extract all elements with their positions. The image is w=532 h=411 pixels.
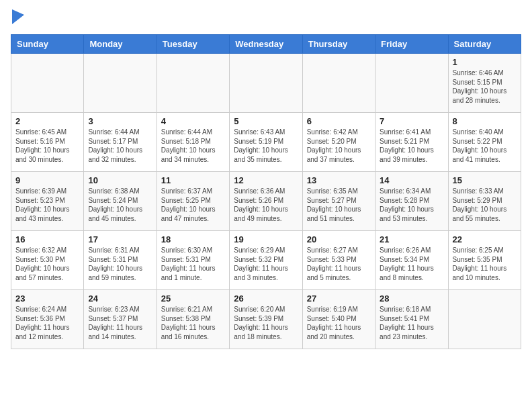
calendar-cell: 23Sunrise: 6:24 AM Sunset: 5:36 PM Dayli… xyxy=(11,290,84,349)
calendar-cell: 18Sunrise: 6:30 AM Sunset: 5:31 PM Dayli… xyxy=(157,231,229,290)
logo-text xyxy=(11,11,24,29)
days-of-week-row: SundayMondayTuesdayWednesdayThursdayFrid… xyxy=(11,35,521,54)
day-info: Sunrise: 6:32 AM Sunset: 5:30 PM Dayligh… xyxy=(15,246,79,282)
day-number: 18 xyxy=(161,234,225,244)
calendar-week-row: 1Sunrise: 6:46 AM Sunset: 5:15 PM Daylig… xyxy=(11,54,521,113)
calendar-week-row: 9Sunrise: 6:39 AM Sunset: 5:23 PM Daylig… xyxy=(11,172,521,231)
calendar-cell: 7Sunrise: 6:41 AM Sunset: 5:21 PM Daylig… xyxy=(375,113,448,172)
day-of-week-header: Monday xyxy=(84,35,157,54)
calendar-cell: 10Sunrise: 6:38 AM Sunset: 5:24 PM Dayli… xyxy=(84,172,157,231)
day-info: Sunrise: 6:30 AM Sunset: 5:31 PM Dayligh… xyxy=(161,246,225,282)
day-number: 24 xyxy=(88,293,152,304)
calendar-cell: 22Sunrise: 6:25 AM Sunset: 5:35 PM Dayli… xyxy=(448,231,521,290)
day-number: 16 xyxy=(15,234,79,244)
day-number: 10 xyxy=(88,175,152,185)
day-info: Sunrise: 6:35 AM Sunset: 5:27 PM Dayligh… xyxy=(307,187,371,223)
day-of-week-header: Tuesday xyxy=(157,35,229,54)
calendar-cell: 12Sunrise: 6:36 AM Sunset: 5:26 PM Dayli… xyxy=(230,172,302,231)
calendar-cell: 26Sunrise: 6:20 AM Sunset: 5:39 PM Dayli… xyxy=(230,290,302,349)
day-number: 7 xyxy=(380,116,443,126)
day-info: Sunrise: 6:25 AM Sunset: 5:35 PM Dayligh… xyxy=(453,246,517,282)
day-of-week-header: Wednesday xyxy=(230,35,302,54)
calendar-cell: 20Sunrise: 6:27 AM Sunset: 5:33 PM Dayli… xyxy=(302,231,375,290)
day-number: 3 xyxy=(88,116,152,126)
day-of-week-header: Saturday xyxy=(448,35,521,54)
day-info: Sunrise: 6:34 AM Sunset: 5:28 PM Dayligh… xyxy=(380,187,443,223)
calendar-cell: 28Sunrise: 6:18 AM Sunset: 5:41 PM Dayli… xyxy=(375,290,448,349)
calendar-cell: 11Sunrise: 6:37 AM Sunset: 5:25 PM Dayli… xyxy=(157,172,229,231)
calendar-body: 1Sunrise: 6:46 AM Sunset: 5:15 PM Daylig… xyxy=(11,54,521,349)
calendar-cell: 19Sunrise: 6:29 AM Sunset: 5:32 PM Dayli… xyxy=(230,231,302,290)
day-number: 13 xyxy=(307,175,371,185)
day-number: 21 xyxy=(380,234,443,244)
day-number: 25 xyxy=(161,293,225,304)
day-number: 14 xyxy=(380,175,443,185)
calendar-cell: 24Sunrise: 6:23 AM Sunset: 5:37 PM Dayli… xyxy=(84,290,157,349)
day-info: Sunrise: 6:41 AM Sunset: 5:21 PM Dayligh… xyxy=(380,128,443,164)
day-info: Sunrise: 6:46 AM Sunset: 5:15 PM Dayligh… xyxy=(453,68,517,105)
day-info: Sunrise: 6:24 AM Sunset: 5:36 PM Dayligh… xyxy=(15,305,79,341)
calendar-cell: 3Sunrise: 6:44 AM Sunset: 5:17 PM Daylig… xyxy=(84,113,157,172)
calendar-cell: 21Sunrise: 6:26 AM Sunset: 5:34 PM Dayli… xyxy=(375,231,448,290)
day-number: 28 xyxy=(380,293,443,304)
day-number: 20 xyxy=(307,234,371,244)
day-of-week-header: Friday xyxy=(375,35,448,54)
svg-marker-0 xyxy=(12,9,24,24)
day-info: Sunrise: 6:26 AM Sunset: 5:34 PM Dayligh… xyxy=(380,246,443,282)
day-info: Sunrise: 6:39 AM Sunset: 5:23 PM Dayligh… xyxy=(15,187,79,223)
day-number: 27 xyxy=(307,293,371,304)
day-number: 6 xyxy=(307,116,371,126)
calendar-header: SundayMondayTuesdayWednesdayThursdayFrid… xyxy=(11,35,521,54)
calendar-cell: 8Sunrise: 6:40 AM Sunset: 5:22 PM Daylig… xyxy=(448,113,521,172)
calendar-cell: 25Sunrise: 6:21 AM Sunset: 5:38 PM Dayli… xyxy=(157,290,229,349)
calendar-cell: 16Sunrise: 6:32 AM Sunset: 5:30 PM Dayli… xyxy=(11,231,84,290)
page-header xyxy=(11,11,521,29)
day-number: 11 xyxy=(161,175,225,185)
day-number: 19 xyxy=(234,234,298,244)
calendar-cell xyxy=(302,54,375,113)
calendar-cell xyxy=(11,54,84,113)
day-info: Sunrise: 6:18 AM Sunset: 5:41 PM Dayligh… xyxy=(380,305,443,341)
day-number: 12 xyxy=(234,175,298,185)
calendar-cell: 1Sunrise: 6:46 AM Sunset: 5:15 PM Daylig… xyxy=(448,54,521,113)
day-info: Sunrise: 6:44 AM Sunset: 5:18 PM Dayligh… xyxy=(161,128,225,164)
calendar-week-row: 2Sunrise: 6:45 AM Sunset: 5:16 PM Daylig… xyxy=(11,113,521,172)
logo xyxy=(11,11,24,29)
calendar-cell: 17Sunrise: 6:31 AM Sunset: 5:31 PM Dayli… xyxy=(84,231,157,290)
calendar-week-row: 23Sunrise: 6:24 AM Sunset: 5:36 PM Dayli… xyxy=(11,290,521,349)
day-info: Sunrise: 6:31 AM Sunset: 5:31 PM Dayligh… xyxy=(88,246,152,282)
calendar-cell: 6Sunrise: 6:42 AM Sunset: 5:20 PM Daylig… xyxy=(302,113,375,172)
calendar-table: SundayMondayTuesdayWednesdayThursdayFrid… xyxy=(11,34,521,349)
day-number: 1 xyxy=(453,57,517,67)
day-number: 26 xyxy=(234,293,298,304)
day-info: Sunrise: 6:21 AM Sunset: 5:38 PM Dayligh… xyxy=(161,305,225,341)
day-info: Sunrise: 6:45 AM Sunset: 5:16 PM Dayligh… xyxy=(15,128,79,164)
calendar-cell xyxy=(157,54,229,113)
day-info: Sunrise: 6:40 AM Sunset: 5:22 PM Dayligh… xyxy=(453,128,517,164)
calendar-cell xyxy=(448,290,521,349)
calendar-cell: 4Sunrise: 6:44 AM Sunset: 5:18 PM Daylig… xyxy=(157,113,229,172)
day-info: Sunrise: 6:42 AM Sunset: 5:20 PM Dayligh… xyxy=(307,128,371,164)
day-number: 8 xyxy=(453,116,517,126)
day-info: Sunrise: 6:44 AM Sunset: 5:17 PM Dayligh… xyxy=(88,128,152,164)
calendar-cell: 14Sunrise: 6:34 AM Sunset: 5:28 PM Dayli… xyxy=(375,172,448,231)
day-number: 5 xyxy=(234,116,298,126)
day-number: 2 xyxy=(15,116,79,126)
calendar-cell: 27Sunrise: 6:19 AM Sunset: 5:40 PM Dayli… xyxy=(302,290,375,349)
day-info: Sunrise: 6:33 AM Sunset: 5:29 PM Dayligh… xyxy=(453,187,517,223)
day-info: Sunrise: 6:23 AM Sunset: 5:37 PM Dayligh… xyxy=(88,305,152,341)
calendar-cell xyxy=(230,54,302,113)
day-info: Sunrise: 6:27 AM Sunset: 5:33 PM Dayligh… xyxy=(307,246,371,282)
day-of-week-header: Thursday xyxy=(302,35,375,54)
day-info: Sunrise: 6:37 AM Sunset: 5:25 PM Dayligh… xyxy=(161,187,225,223)
day-number: 15 xyxy=(453,175,517,185)
logo-icon xyxy=(12,9,24,24)
calendar-cell xyxy=(375,54,448,113)
day-number: 9 xyxy=(15,175,79,185)
day-info: Sunrise: 6:29 AM Sunset: 5:32 PM Dayligh… xyxy=(234,246,298,282)
calendar-cell xyxy=(84,54,157,113)
day-number: 17 xyxy=(88,234,152,244)
day-number: 4 xyxy=(161,116,225,126)
calendar-week-row: 16Sunrise: 6:32 AM Sunset: 5:30 PM Dayli… xyxy=(11,231,521,290)
calendar-cell: 9Sunrise: 6:39 AM Sunset: 5:23 PM Daylig… xyxy=(11,172,84,231)
